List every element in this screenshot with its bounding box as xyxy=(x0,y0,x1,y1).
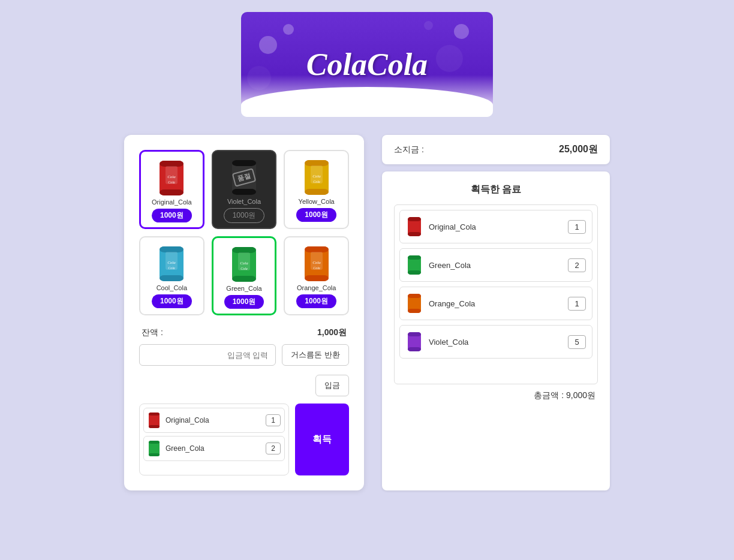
svg-rect-8 xyxy=(232,189,256,195)
svg-text:Cola: Cola xyxy=(312,260,321,265)
refund-button[interactable]: 거스름돈 반환 xyxy=(282,344,349,366)
svg-text:Cola: Cola xyxy=(312,174,321,179)
svg-rect-47 xyxy=(408,309,421,313)
svg-rect-46 xyxy=(408,294,421,298)
svg-rect-10 xyxy=(305,160,329,166)
yellow-cola-name: Yellow_Cola xyxy=(299,198,335,205)
svg-rect-17 xyxy=(160,275,184,281)
svg-rect-40 xyxy=(408,217,421,221)
balance-value: 1,000원 xyxy=(317,327,347,338)
logo-banner: ColaCola xyxy=(241,12,493,117)
green-cola-name: Green_Cola xyxy=(226,285,261,292)
violet-cola-name: Violet_Cola xyxy=(227,198,261,205)
yellow-cola-price: 1000원 xyxy=(296,208,336,222)
acquired-orange-icon xyxy=(406,292,423,315)
input-row: 거스름돈 반환 xyxy=(139,344,349,366)
svg-text:Cola: Cola xyxy=(168,174,176,179)
orange-cola-name: Orange_Cola xyxy=(297,284,336,291)
cart-item-left: Original_Cola xyxy=(148,411,209,429)
acquired-original-qty: 1 xyxy=(568,220,586,234)
deposit-row: 입금 xyxy=(139,375,349,396)
svg-rect-43 xyxy=(408,255,421,260)
acquired-list[interactable]: Original_Cola 1 Green_Cola 2 xyxy=(394,204,598,384)
cart-item: Original_Cola 1 xyxy=(143,408,285,433)
svg-text:Cola: Cola xyxy=(240,261,248,266)
svg-rect-41 xyxy=(408,232,421,236)
acquired-item-original: Original_Cola 1 xyxy=(399,210,592,243)
acquired-orange-name: Orange_Cola xyxy=(429,299,475,308)
right-panel: 소지금 : 25,000원 획득한 음료 Original_Cola xyxy=(382,135,610,490)
cash-label: 소지금 : xyxy=(394,144,424,155)
product-original-cola[interactable]: Cola Cola Original_Cola 1000원 xyxy=(139,150,204,229)
yellow-cola-icon: Cola Cola xyxy=(302,157,332,198)
svg-rect-23 xyxy=(232,276,256,282)
acquired-panel: 획득한 음료 Original_Cola 1 xyxy=(382,171,610,490)
acquired-orange-qty: 1 xyxy=(568,297,586,311)
svg-text:Cola: Cola xyxy=(313,180,320,183)
cart-list[interactable]: Original_Cola 1 Green_Cola 2 xyxy=(139,404,289,475)
acquired-item-left: Original_Cola xyxy=(406,215,476,238)
original-cola-price: 1000원 xyxy=(152,209,192,222)
svg-rect-22 xyxy=(232,247,256,253)
acquired-green-name: Green_Cola xyxy=(429,261,471,270)
deposit-button[interactable]: 입금 xyxy=(315,375,349,396)
acquired-item-left: Violet_Cola xyxy=(406,330,468,353)
violet-cola-price: 1000원 xyxy=(224,208,265,223)
cash-value: 25,000원 xyxy=(559,143,598,156)
svg-rect-44 xyxy=(408,270,421,275)
acquired-item-orange: Orange_Cola 1 xyxy=(399,287,592,320)
svg-rect-7 xyxy=(232,160,256,166)
green-cola-price: 1000원 xyxy=(224,295,264,309)
acquired-original-icon xyxy=(406,215,423,238)
total-row: 총금액 : 9,000원 xyxy=(394,384,598,401)
acquired-original-name: Original_Cola xyxy=(429,222,476,231)
svg-rect-38 xyxy=(149,453,160,456)
cart-item-left: Green_Cola xyxy=(148,439,204,457)
acquired-violet-name: Violet_Cola xyxy=(429,338,468,347)
acquired-item-left: Orange_Cola xyxy=(406,292,475,315)
cart-item: Green_Cola 2 xyxy=(143,436,285,461)
svg-rect-34 xyxy=(149,413,160,416)
main-container: Cola Cola Original_Cola 1000원 품절 Violet_… xyxy=(0,135,734,490)
svg-rect-11 xyxy=(305,189,329,195)
svg-text:Cola: Cola xyxy=(240,267,248,270)
svg-text:Cola: Cola xyxy=(313,266,320,270)
acquired-item-left: Green_Cola xyxy=(406,254,471,276)
svg-rect-49 xyxy=(408,332,421,336)
balance-section: 잔액 : 1,000원 xyxy=(139,327,349,338)
orange-cola-icon: Cola Cola xyxy=(302,243,332,284)
svg-rect-37 xyxy=(149,441,160,444)
cart-original-cola-icon xyxy=(148,411,161,429)
product-yellow-cola[interactable]: Cola Cola Yellow_Cola 1000원 xyxy=(284,150,349,229)
svg-rect-16 xyxy=(160,246,184,252)
product-violet-cola[interactable]: 품절 Violet_Cola 1000원 xyxy=(212,150,277,229)
svg-rect-35 xyxy=(149,425,160,428)
acquired-green-icon xyxy=(406,254,423,276)
acquire-button[interactable]: 획득 xyxy=(295,404,349,475)
action-row: Original_Cola 1 Green_Cola 2 xyxy=(139,404,349,475)
green-cola-icon: Cola Cola xyxy=(229,244,259,285)
header: ColaCola xyxy=(0,0,734,135)
orange-cola-price: 1000원 xyxy=(296,294,336,308)
vending-panel: Cola Cola Original_Cola 1000원 품절 Violet_… xyxy=(124,135,364,490)
cool-cola-name: Cool_Cola xyxy=(157,284,187,291)
svg-rect-50 xyxy=(408,347,421,351)
svg-rect-1 xyxy=(160,161,184,167)
cart-item-name-0: Original_Cola xyxy=(166,416,209,424)
svg-rect-2 xyxy=(160,189,184,195)
acquired-violet-icon xyxy=(406,330,423,353)
product-orange-cola[interactable]: Cola Cola Orange_Cola 1000원 xyxy=(284,236,349,315)
cart-green-cola-icon xyxy=(148,439,161,457)
product-green-cola[interactable]: Cola Cola Green_Cola 1000원 xyxy=(212,236,277,315)
cash-display: 소지금 : 25,000원 xyxy=(382,135,610,164)
svg-rect-28 xyxy=(305,246,329,252)
total-label: 총금액 : 9,000원 xyxy=(534,390,595,400)
svg-text:Cola: Cola xyxy=(168,180,175,184)
cart-item-qty-1: 2 xyxy=(266,442,281,454)
balance-label: 잔액 : xyxy=(142,327,163,338)
acquired-title: 획득한 음료 xyxy=(394,183,598,196)
logo-text: ColaCola xyxy=(306,47,428,82)
amount-input[interactable] xyxy=(139,344,276,366)
product-cool-cola[interactable]: Cola Cola Cool_Cola 1000원 xyxy=(139,236,204,315)
svg-text:Cola: Cola xyxy=(168,260,176,265)
